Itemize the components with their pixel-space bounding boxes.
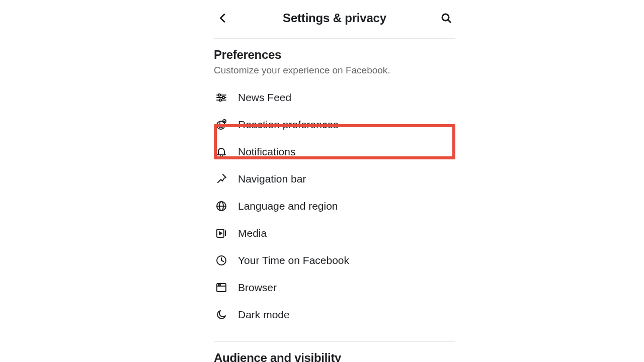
chevron-left-icon bbox=[217, 13, 228, 24]
moon-icon bbox=[215, 308, 228, 321]
sliders-icon bbox=[215, 91, 228, 104]
item-label: News Feed bbox=[238, 92, 291, 104]
svg-point-20 bbox=[220, 284, 220, 285]
item-label: Your Time on Facebook bbox=[238, 254, 349, 266]
item-label: Notifications bbox=[238, 146, 295, 158]
page-title: Settings & privacy bbox=[283, 11, 386, 25]
item-dark-mode[interactable]: Dark mode bbox=[214, 301, 455, 328]
settings-panel: Settings & privacy Preferences Customize… bbox=[214, 0, 455, 362]
search-button[interactable] bbox=[437, 9, 455, 27]
back-button[interactable] bbox=[214, 9, 232, 27]
audience-title: Audience and visibility bbox=[214, 351, 455, 362]
svg-point-3 bbox=[218, 94, 220, 96]
svg-point-5 bbox=[222, 96, 224, 98]
item-label: Dark mode bbox=[238, 309, 290, 321]
preferences-title: Preferences bbox=[214, 48, 455, 62]
item-label: Navigation bar bbox=[238, 173, 306, 185]
header-bar: Settings & privacy bbox=[214, 0, 455, 38]
item-language-region[interactable]: Language and region bbox=[214, 193, 455, 220]
item-label: Media bbox=[238, 227, 267, 239]
clock-icon bbox=[215, 254, 228, 267]
preferences-subtitle: Customize your experience on Facebook. bbox=[214, 64, 455, 77]
svg-line-1 bbox=[448, 20, 450, 22]
svg-marker-14 bbox=[219, 232, 222, 235]
bell-icon bbox=[215, 145, 228, 158]
pin-icon bbox=[215, 172, 228, 186]
browser-icon bbox=[215, 281, 228, 294]
preferences-items: News Feed Reaction preferences bbox=[214, 77, 455, 328]
item-your-time[interactable]: Your Time on Facebook bbox=[214, 247, 455, 274]
item-reaction-preferences[interactable]: Reaction preferences bbox=[214, 111, 455, 138]
svg-point-7 bbox=[219, 99, 221, 101]
item-label: Reaction preferences bbox=[238, 119, 339, 131]
reaction-icon bbox=[215, 118, 228, 131]
item-navigation-bar[interactable]: Navigation bar bbox=[214, 165, 455, 193]
item-notifications[interactable]: Notifications bbox=[214, 138, 455, 165]
item-label: Language and region bbox=[238, 200, 338, 212]
svg-point-19 bbox=[218, 284, 219, 285]
item-news-feed[interactable]: News Feed bbox=[214, 84, 455, 111]
settings-privacy-page: Settings & privacy Preferences Customize… bbox=[0, 0, 644, 362]
item-label: Browser bbox=[238, 282, 277, 294]
audience-section: Audience and visibility Control who can … bbox=[214, 342, 455, 362]
globe-icon bbox=[215, 200, 228, 213]
preferences-section: Preferences Customize your experience on… bbox=[214, 39, 455, 329]
search-icon bbox=[440, 12, 452, 24]
media-icon bbox=[215, 227, 228, 240]
item-browser[interactable]: Browser bbox=[214, 274, 455, 301]
item-media[interactable]: Media bbox=[214, 220, 455, 247]
